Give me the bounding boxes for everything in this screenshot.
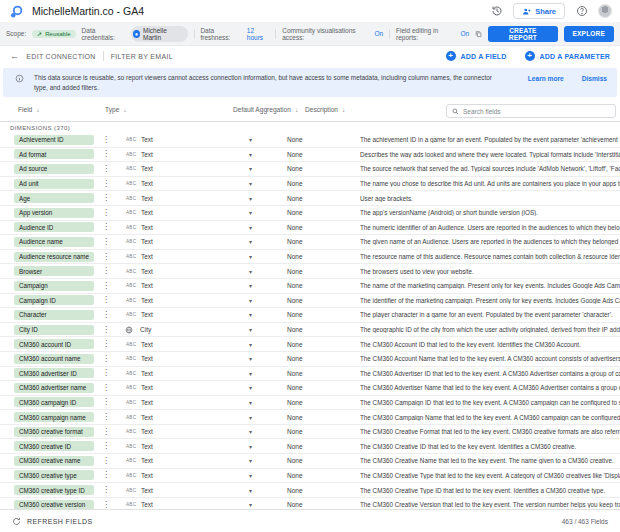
- chevron-down-icon[interactable]: ▾: [249, 253, 252, 260]
- chevron-down-icon[interactable]: ▾: [249, 384, 252, 391]
- back-arrow-icon[interactable]: ←: [10, 51, 19, 61]
- chevron-down-icon[interactable]: ▾: [249, 180, 252, 187]
- field-menu-icon[interactable]: ⋮: [96, 369, 116, 377]
- field-aggregation[interactable]: None: [256, 268, 360, 275]
- field-name-pill[interactable]: CM360 advertiser ID: [14, 368, 94, 378]
- field-name-pill[interactable]: CM360 campaign name: [14, 412, 94, 422]
- explore-button[interactable]: EXPLORE: [564, 26, 614, 42]
- field-name-pill[interactable]: CM360 creative type: [14, 470, 94, 480]
- field-menu-icon[interactable]: ⋮: [96, 457, 116, 465]
- field-name-pill[interactable]: Ad format: [14, 149, 94, 159]
- refresh-fields-button[interactable]: REFRESH FIELDS: [12, 517, 93, 526]
- add-parameter-button[interactable]: + ADD A PARAMETER: [525, 51, 610, 61]
- field-name-pill[interactable]: Ad unit: [14, 179, 94, 189]
- field-name-pill[interactable]: Audience name: [14, 237, 94, 247]
- chevron-down-icon[interactable]: ▾: [249, 195, 252, 202]
- field-name-pill[interactable]: Campaign: [14, 281, 94, 291]
- field-menu-icon[interactable]: ⋮: [96, 398, 116, 406]
- field-menu-icon[interactable]: ⋮: [96, 238, 116, 246]
- field-aggregation[interactable]: None: [256, 326, 360, 333]
- field-aggregation[interactable]: None: [256, 209, 360, 216]
- field-menu-icon[interactable]: ⋮: [96, 501, 116, 509]
- field-name-pill[interactable]: Ad source: [14, 164, 94, 174]
- search-input[interactable]: [463, 108, 610, 115]
- chevron-down-icon[interactable]: ▾: [249, 224, 252, 231]
- help-icon[interactable]: [575, 5, 588, 18]
- field-menu-icon[interactable]: ⋮: [96, 326, 116, 334]
- field-name-pill[interactable]: Audience resource name: [14, 252, 94, 262]
- field-menu-icon[interactable]: ⋮: [96, 340, 116, 348]
- field-aggregation[interactable]: None: [256, 443, 360, 450]
- chevron-down-icon[interactable]: ▾: [249, 457, 252, 464]
- field-name-pill[interactable]: City ID: [14, 325, 94, 335]
- field-name-pill[interactable]: CM360 creative format: [14, 427, 94, 437]
- field-menu-icon[interactable]: ⋮: [96, 194, 116, 202]
- chevron-down-icon[interactable]: ▾: [249, 297, 252, 304]
- chevron-down-icon[interactable]: ▾: [249, 443, 252, 450]
- field-menu-icon[interactable]: ⋮: [96, 282, 116, 290]
- chevron-down-icon[interactable]: ▾: [249, 501, 252, 508]
- field-aggregation[interactable]: None: [256, 457, 360, 464]
- field-name-pill[interactable]: Character: [14, 310, 94, 320]
- field-menu-icon[interactable]: ⋮: [96, 384, 116, 392]
- field-aggregation[interactable]: None: [256, 282, 360, 289]
- field-menu-icon[interactable]: ⋮: [96, 223, 116, 231]
- field-menu-icon[interactable]: ⋮: [96, 267, 116, 275]
- field-aggregation[interactable]: None: [256, 428, 360, 435]
- column-header-description[interactable]: Description↓: [305, 106, 345, 113]
- field-name-pill[interactable]: Audience ID: [14, 222, 94, 232]
- field-aggregation[interactable]: None: [256, 180, 360, 187]
- field-aggregation[interactable]: None: [256, 253, 360, 260]
- field-name-pill[interactable]: CM360 creative ID: [14, 441, 94, 451]
- chevron-down-icon[interactable]: ▾: [249, 428, 252, 435]
- field-name-pill[interactable]: Achievement ID: [14, 135, 94, 145]
- chevron-down-icon[interactable]: ▾: [249, 238, 252, 245]
- field-name-pill[interactable]: CM360 creative name: [14, 456, 94, 466]
- dismiss-link[interactable]: Dismiss: [582, 75, 607, 92]
- chevron-down-icon[interactable]: ▾: [249, 151, 252, 158]
- chevron-down-icon[interactable]: ▾: [249, 326, 252, 333]
- edit-connection-button[interactable]: EDIT CONNECTION: [26, 53, 95, 60]
- field-menu-icon[interactable]: ⋮: [96, 253, 116, 261]
- field-menu-icon[interactable]: ⋮: [96, 296, 116, 304]
- field-name-pill[interactable]: CM360 account ID: [14, 339, 94, 349]
- field-aggregation[interactable]: None: [256, 238, 360, 245]
- field-name-pill[interactable]: Campaign ID: [14, 295, 94, 305]
- add-field-button[interactable]: + ADD A FIELD: [446, 51, 507, 61]
- chevron-down-icon[interactable]: ▾: [249, 355, 252, 362]
- chevron-down-icon[interactable]: ▾: [249, 136, 252, 143]
- field-name-pill[interactable]: Browser: [14, 266, 94, 276]
- chevron-down-icon[interactable]: ▾: [249, 282, 252, 289]
- filter-by-email-button[interactable]: FILTER BY EMAIL: [111, 53, 173, 60]
- column-header-default-aggregation[interactable]: Default Aggregation↓: [233, 106, 298, 113]
- field-aggregation[interactable]: None: [256, 472, 360, 479]
- field-aggregation[interactable]: None: [256, 487, 360, 494]
- field-aggregation[interactable]: None: [256, 195, 360, 202]
- chevron-down-icon[interactable]: ▾: [249, 341, 252, 348]
- chevron-down-icon[interactable]: ▾: [249, 165, 252, 172]
- field-name-pill[interactable]: App version: [14, 208, 94, 218]
- community-access-value-link[interactable]: On: [375, 30, 384, 37]
- field-name-pill[interactable]: CM360 campaign ID: [14, 397, 94, 407]
- field-name-pill[interactable]: Age: [14, 193, 94, 203]
- field-name-pill[interactable]: CM360 creative type ID: [14, 485, 94, 495]
- field-aggregation[interactable]: None: [256, 151, 360, 158]
- field-aggregation[interactable]: None: [256, 311, 360, 318]
- learn-more-link[interactable]: Learn more: [528, 75, 564, 92]
- field-menu-icon[interactable]: ⋮: [96, 428, 116, 436]
- chevron-down-icon[interactable]: ▾: [249, 414, 252, 421]
- user-avatar[interactable]: [598, 4, 612, 18]
- field-aggregation[interactable]: None: [256, 399, 360, 406]
- field-name-pill[interactable]: CM360 advertiser name: [14, 383, 94, 393]
- field-aggregation[interactable]: None: [256, 501, 360, 508]
- version-history-icon[interactable]: [490, 5, 503, 18]
- field-aggregation[interactable]: None: [256, 384, 360, 391]
- field-editing-value-link[interactable]: On: [460, 30, 469, 37]
- field-aggregation[interactable]: None: [256, 224, 360, 231]
- freshness-value-link[interactable]: 12 hours: [247, 27, 269, 41]
- field-menu-icon[interactable]: ⋮: [96, 136, 116, 144]
- chevron-down-icon[interactable]: ▾: [249, 370, 252, 377]
- chevron-down-icon[interactable]: ▾: [249, 487, 252, 494]
- field-menu-icon[interactable]: ⋮: [96, 311, 116, 319]
- chevron-down-icon[interactable]: ▾: [249, 399, 252, 406]
